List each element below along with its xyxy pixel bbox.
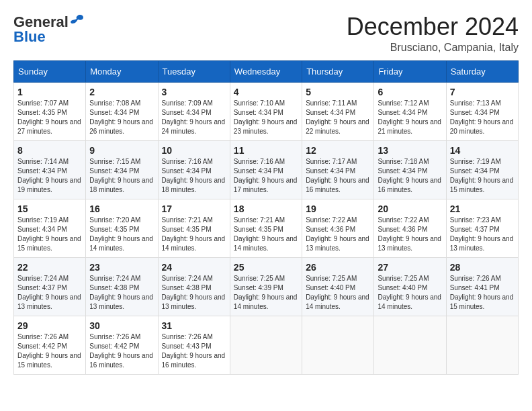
calendar-cell: 29Sunrise: 7:26 AMSunset: 4:42 PMDayligh… — [14, 316, 86, 374]
day-number: 18 — [234, 203, 298, 214]
day-info: Sunrise: 7:22 AMSunset: 4:36 PMDaylight:… — [306, 216, 370, 253]
day-info: Sunrise: 7:19 AMSunset: 4:34 PMDaylight:… — [17, 216, 82, 253]
calendar-week-row: 15Sunrise: 7:19 AMSunset: 4:34 PMDayligh… — [14, 199, 519, 257]
calendar-cell: 15Sunrise: 7:19 AMSunset: 4:34 PMDayligh… — [14, 199, 86, 257]
calendar-header-tuesday: Tuesday — [158, 60, 230, 82]
day-number: 14 — [450, 145, 515, 156]
day-info: Sunrise: 7:24 AMSunset: 4:37 PMDaylight:… — [17, 274, 82, 312]
calendar-week-row: 22Sunrise: 7:24 AMSunset: 4:37 PMDayligh… — [14, 257, 519, 316]
calendar-cell: 7Sunrise: 7:13 AMSunset: 4:34 PMDaylight… — [446, 82, 518, 140]
day-number: 9 — [89, 145, 154, 156]
day-info: Sunrise: 7:12 AMSunset: 4:34 PMDaylight:… — [378, 99, 442, 136]
day-info: Sunrise: 7:16 AMSunset: 4:34 PMDaylight:… — [234, 157, 298, 195]
calendar-cell: 14Sunrise: 7:19 AMSunset: 4:34 PMDayligh… — [446, 140, 518, 199]
calendar-header-monday: Monday — [86, 60, 158, 82]
calendar-cell: 8Sunrise: 7:14 AMSunset: 4:34 PMDaylight… — [14, 140, 86, 199]
calendar-cell — [302, 316, 374, 374]
calendar-cell — [230, 316, 302, 374]
calendar-header-row: SundayMondayTuesdayWednesdayThursdayFrid… — [14, 60, 519, 82]
day-number: 7 — [450, 87, 515, 97]
calendar-table: SundayMondayTuesdayWednesdayThursdayFrid… — [13, 60, 519, 375]
day-info: Sunrise: 7:26 AMSunset: 4:42 PMDaylight:… — [89, 332, 154, 370]
day-number: 1 — [17, 87, 82, 97]
calendar-cell: 19Sunrise: 7:22 AMSunset: 4:36 PMDayligh… — [302, 199, 374, 257]
calendar-week-row: 8Sunrise: 7:14 AMSunset: 4:34 PMDaylight… — [14, 140, 519, 199]
calendar-header-thursday: Thursday — [302, 60, 374, 82]
calendar-cell: 4Sunrise: 7:10 AMSunset: 4:34 PMDaylight… — [230, 82, 302, 140]
day-info: Sunrise: 7:24 AMSunset: 4:38 PMDaylight:… — [89, 274, 154, 312]
location: Brusciano, Campania, Italy — [347, 42, 519, 54]
day-number: 27 — [378, 262, 442, 273]
calendar-cell: 5Sunrise: 7:11 AMSunset: 4:34 PMDaylight… — [302, 82, 374, 140]
calendar-week-row: 29Sunrise: 7:26 AMSunset: 4:42 PMDayligh… — [14, 316, 519, 374]
calendar-cell: 26Sunrise: 7:25 AMSunset: 4:40 PMDayligh… — [302, 257, 374, 316]
day-info: Sunrise: 7:11 AMSunset: 4:34 PMDaylight:… — [306, 99, 370, 136]
day-info: Sunrise: 7:18 AMSunset: 4:34 PMDaylight:… — [378, 157, 442, 195]
day-info: Sunrise: 7:15 AMSunset: 4:34 PMDaylight:… — [89, 157, 154, 195]
day-info: Sunrise: 7:22 AMSunset: 4:36 PMDaylight:… — [378, 216, 442, 253]
day-info: Sunrise: 7:09 AMSunset: 4:34 PMDaylight:… — [162, 99, 226, 136]
month-title: December 2024 — [347, 13, 519, 40]
calendar-cell: 12Sunrise: 7:17 AMSunset: 4:34 PMDayligh… — [302, 140, 374, 199]
calendar-header-saturday: Saturday — [446, 60, 518, 82]
day-number: 15 — [17, 203, 82, 214]
day-number: 16 — [89, 203, 154, 214]
day-info: Sunrise: 7:21 AMSunset: 4:35 PMDaylight:… — [162, 216, 226, 253]
calendar-cell: 22Sunrise: 7:24 AMSunset: 4:37 PMDayligh… — [14, 257, 86, 316]
calendar-cell: 17Sunrise: 7:21 AMSunset: 4:35 PMDayligh… — [158, 199, 230, 257]
day-number: 12 — [306, 145, 370, 156]
calendar-cell — [374, 316, 446, 374]
day-number: 19 — [306, 203, 370, 214]
calendar-cell: 11Sunrise: 7:16 AMSunset: 4:34 PMDayligh… — [230, 140, 302, 199]
day-info: Sunrise: 7:26 AMSunset: 4:42 PMDaylight:… — [17, 332, 82, 370]
day-number: 5 — [306, 87, 370, 97]
day-number: 24 — [162, 262, 226, 273]
day-info: Sunrise: 7:25 AMSunset: 4:40 PMDaylight:… — [378, 274, 442, 312]
day-info: Sunrise: 7:07 AMSunset: 4:35 PMDaylight:… — [17, 99, 82, 136]
logo-blue: Blue — [13, 28, 46, 46]
day-info: Sunrise: 7:25 AMSunset: 4:40 PMDaylight:… — [306, 274, 370, 312]
day-info: Sunrise: 7:10 AMSunset: 4:34 PMDaylight:… — [234, 99, 298, 136]
day-number: 6 — [378, 87, 442, 97]
day-info: Sunrise: 7:17 AMSunset: 4:34 PMDaylight:… — [306, 157, 370, 195]
calendar-header-sunday: Sunday — [14, 60, 86, 82]
calendar-cell: 30Sunrise: 7:26 AMSunset: 4:42 PMDayligh… — [86, 316, 158, 374]
day-number: 8 — [17, 145, 82, 156]
day-info: Sunrise: 7:14 AMSunset: 4:34 PMDaylight:… — [17, 157, 82, 195]
day-number: 28 — [450, 262, 515, 273]
day-number: 22 — [17, 262, 82, 273]
calendar-cell: 31Sunrise: 7:26 AMSunset: 4:43 PMDayligh… — [158, 316, 230, 374]
calendar-cell: 2Sunrise: 7:08 AMSunset: 4:34 PMDaylight… — [86, 82, 158, 140]
calendar-cell: 10Sunrise: 7:16 AMSunset: 4:34 PMDayligh… — [158, 140, 230, 199]
day-info: Sunrise: 7:24 AMSunset: 4:38 PMDaylight:… — [162, 274, 226, 312]
calendar-cell: 20Sunrise: 7:22 AMSunset: 4:36 PMDayligh… — [374, 199, 446, 257]
day-number: 17 — [162, 203, 226, 214]
logo: General Blue — [13, 13, 85, 46]
calendar-week-row: 1Sunrise: 7:07 AMSunset: 4:35 PMDaylight… — [14, 82, 519, 140]
calendar-cell: 9Sunrise: 7:15 AMSunset: 4:34 PMDaylight… — [86, 140, 158, 199]
calendar-cell: 13Sunrise: 7:18 AMSunset: 4:34 PMDayligh… — [374, 140, 446, 199]
calendar-header-wednesday: Wednesday — [230, 60, 302, 82]
calendar-cell: 21Sunrise: 7:23 AMSunset: 4:37 PMDayligh… — [446, 199, 518, 257]
day-info: Sunrise: 7:20 AMSunset: 4:35 PMDaylight:… — [89, 216, 154, 253]
day-info: Sunrise: 7:25 AMSunset: 4:39 PMDaylight:… — [234, 274, 298, 312]
day-number: 10 — [162, 145, 226, 156]
day-number: 30 — [89, 320, 154, 331]
calendar-cell: 23Sunrise: 7:24 AMSunset: 4:38 PMDayligh… — [86, 257, 158, 316]
day-number: 13 — [378, 145, 442, 156]
day-number: 3 — [162, 87, 226, 97]
logo-bird-icon — [70, 14, 85, 28]
day-info: Sunrise: 7:16 AMSunset: 4:34 PMDaylight:… — [162, 157, 226, 195]
calendar-cell: 18Sunrise: 7:21 AMSunset: 4:35 PMDayligh… — [230, 199, 302, 257]
calendar-cell: 25Sunrise: 7:25 AMSunset: 4:39 PMDayligh… — [230, 257, 302, 316]
day-number: 26 — [306, 262, 370, 273]
calendar-header-friday: Friday — [374, 60, 446, 82]
day-number: 11 — [234, 145, 298, 156]
calendar-cell: 28Sunrise: 7:26 AMSunset: 4:41 PMDayligh… — [446, 257, 518, 316]
day-info: Sunrise: 7:13 AMSunset: 4:34 PMDaylight:… — [450, 99, 515, 136]
calendar-cell: 27Sunrise: 7:25 AMSunset: 4:40 PMDayligh… — [374, 257, 446, 316]
day-info: Sunrise: 7:26 AMSunset: 4:41 PMDaylight:… — [450, 274, 515, 312]
day-number: 25 — [234, 262, 298, 273]
title-block: December 2024 Brusciano, Campania, Italy — [347, 13, 519, 54]
day-number: 2 — [89, 87, 154, 97]
